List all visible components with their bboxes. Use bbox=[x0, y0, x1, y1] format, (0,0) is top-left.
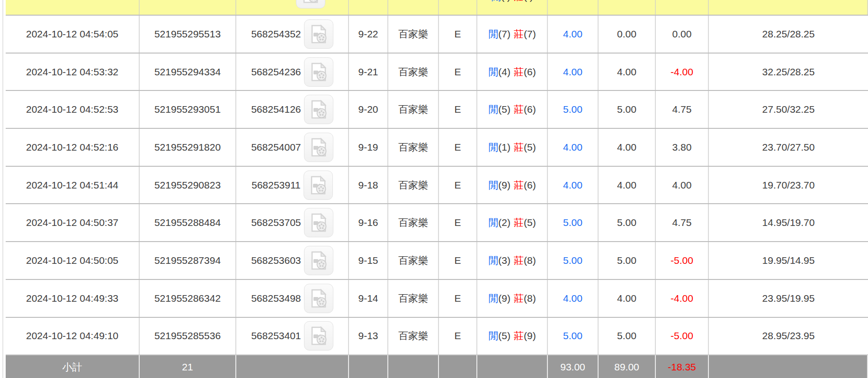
valid-bet: 0.00 bbox=[617, 28, 636, 40]
valid-bet-cell: 0.00 bbox=[599, 16, 656, 53]
banker-score: (6) bbox=[524, 180, 536, 191]
banker-result: 莊 bbox=[514, 103, 524, 116]
bet-id: 521955288484 bbox=[154, 217, 221, 228]
table-number-cell bbox=[349, 0, 388, 15]
game-name-cell: 百家樂 bbox=[388, 318, 439, 355]
win-loss-cell: -5.00 bbox=[656, 318, 709, 355]
game-type-cell: E bbox=[439, 167, 477, 204]
result-cell: 閒(3)莊(8) bbox=[477, 242, 548, 279]
video-replay-button[interactable] bbox=[304, 246, 333, 275]
bet-amount-cell bbox=[548, 0, 599, 15]
video-replay-button[interactable] bbox=[304, 321, 333, 351]
balance: 19.70/23.70 bbox=[762, 180, 815, 191]
round-id: 568253603 bbox=[251, 255, 301, 266]
bet-amount-cell: 4.00 bbox=[548, 54, 599, 90]
game-type: E bbox=[454, 180, 461, 191]
bet-time-cell: 2024-10-12 04:54:05 bbox=[6, 16, 140, 53]
video-replay-button[interactable] bbox=[304, 171, 333, 200]
subtotal-bet-cell: 93.00 bbox=[548, 355, 599, 378]
bet-time-cell: 2024-10-12 04:49:10 bbox=[6, 318, 140, 355]
table-number-cell: 9-20 bbox=[349, 91, 388, 128]
valid-bet: 4.00 bbox=[617, 293, 636, 304]
bet-amount-link[interactable]: 4.00 bbox=[563, 293, 582, 304]
bet-row: 2024-10-12 04:52:16 521955291820 5682540… bbox=[6, 128, 868, 166]
bet-time-cell: 2024-10-12 04:49:33 bbox=[6, 280, 140, 317]
table-number-cell: 9-13 bbox=[349, 318, 388, 355]
video-replay-button[interactable] bbox=[304, 57, 333, 87]
game-type-cell bbox=[439, 0, 477, 15]
film-document-icon bbox=[309, 251, 328, 270]
banker-result: 莊 bbox=[514, 0, 524, 2]
bet-amount-link[interactable]: 5.00 bbox=[563, 330, 582, 342]
game-type: E bbox=[454, 255, 461, 266]
bet-id-cell: 521955286342 bbox=[140, 280, 236, 317]
game-type: E bbox=[454, 142, 461, 153]
player-result: 閒 bbox=[488, 329, 498, 342]
player-score: (9) bbox=[498, 180, 510, 191]
game-name-cell: 百家樂 bbox=[388, 280, 439, 317]
win-loss: -4.00 bbox=[671, 66, 693, 78]
table-number-cell: 9-21 bbox=[349, 54, 388, 90]
bet-amount-link[interactable]: 4.00 bbox=[563, 142, 582, 153]
video-replay-button[interactable] bbox=[304, 284, 333, 313]
banker-result: 莊 bbox=[514, 292, 524, 305]
banker-score: (8) bbox=[524, 255, 536, 266]
bet-id: 521955295513 bbox=[154, 28, 221, 40]
game-name-cell: 百家樂 bbox=[388, 167, 439, 204]
bet-amount-link[interactable]: 5.00 bbox=[563, 217, 582, 228]
bet-amount-link[interactable]: 5.00 bbox=[563, 255, 582, 266]
bet-id: 521955287394 bbox=[154, 255, 221, 266]
player-result: 閒 bbox=[488, 254, 498, 267]
bet-amount-link[interactable]: 4.00 bbox=[563, 66, 582, 78]
bet-amount-link[interactable]: 5.00 bbox=[563, 104, 582, 115]
video-replay-button[interactable] bbox=[304, 208, 333, 237]
banker-score: (8) bbox=[524, 293, 536, 304]
table-number: 9-18 bbox=[358, 180, 378, 191]
video-replay-button[interactable] bbox=[304, 95, 333, 124]
game-name: 百家樂 bbox=[398, 141, 428, 154]
banker-result: 莊 bbox=[514, 65, 524, 79]
win-loss-cell: 4.75 bbox=[656, 91, 709, 128]
valid-bet-total: 89.00 bbox=[614, 361, 639, 373]
round-cell: 568253705 bbox=[236, 204, 349, 241]
bet-id-cell bbox=[140, 0, 236, 15]
game-type: E bbox=[454, 217, 461, 228]
film-document-icon bbox=[309, 99, 328, 119]
bet-id: 521955294334 bbox=[154, 66, 221, 78]
game-name: 百家樂 bbox=[398, 329, 428, 342]
balance-cell: 27.50/32.25 bbox=[709, 91, 868, 128]
bet-id: 521955290823 bbox=[154, 180, 221, 191]
game-name: 百家樂 bbox=[398, 179, 428, 192]
bet-time-cell: 2024-10-12 04:50:37 bbox=[6, 204, 140, 241]
table-number-cell: 9-19 bbox=[349, 129, 388, 166]
player-result: 閒 bbox=[488, 103, 498, 116]
balance-cell: 23.95/19.95 bbox=[709, 280, 868, 317]
bet-time: 2024-10-12 04:53:32 bbox=[26, 66, 118, 78]
game-type-cell: E bbox=[439, 242, 477, 279]
video-replay-button[interactable] bbox=[304, 19, 333, 49]
bet-amount-link[interactable]: 4.00 bbox=[563, 180, 582, 191]
game-type-cell: E bbox=[439, 318, 477, 355]
bet-history-table: 閒( )莊( ) 2024-10-12 04:54:05 52195529551… bbox=[6, 0, 868, 378]
table-number: 9-20 bbox=[358, 104, 378, 115]
round-cell: 568254352 bbox=[236, 16, 349, 53]
video-replay-button[interactable] bbox=[296, 0, 325, 9]
banker-score: (9) bbox=[524, 330, 536, 342]
player-score: (9) bbox=[498, 293, 510, 304]
bet-time-cell bbox=[6, 0, 140, 15]
table-number: 9-15 bbox=[358, 255, 378, 266]
table-number: 9-21 bbox=[358, 66, 378, 78]
bet-amount-cell: 5.00 bbox=[548, 91, 599, 128]
bet-time-cell: 2024-10-12 04:53:32 bbox=[6, 54, 140, 90]
bet-id: 521955293051 bbox=[154, 104, 221, 115]
bet-amount-link[interactable]: 4.00 bbox=[563, 28, 582, 40]
result-cell bbox=[477, 355, 548, 378]
game-name-cell bbox=[388, 355, 439, 378]
video-replay-button[interactable] bbox=[304, 133, 333, 162]
game-name-cell: 百家樂 bbox=[388, 242, 439, 279]
table-number: 9-16 bbox=[358, 217, 378, 228]
table-number-cell: 9-14 bbox=[349, 280, 388, 317]
bet-row: 2024-10-12 04:51:44 521955290823 5682539… bbox=[6, 166, 868, 204]
game-name-cell: 百家樂 bbox=[388, 129, 439, 166]
table-number-cell: 9-18 bbox=[349, 167, 388, 204]
